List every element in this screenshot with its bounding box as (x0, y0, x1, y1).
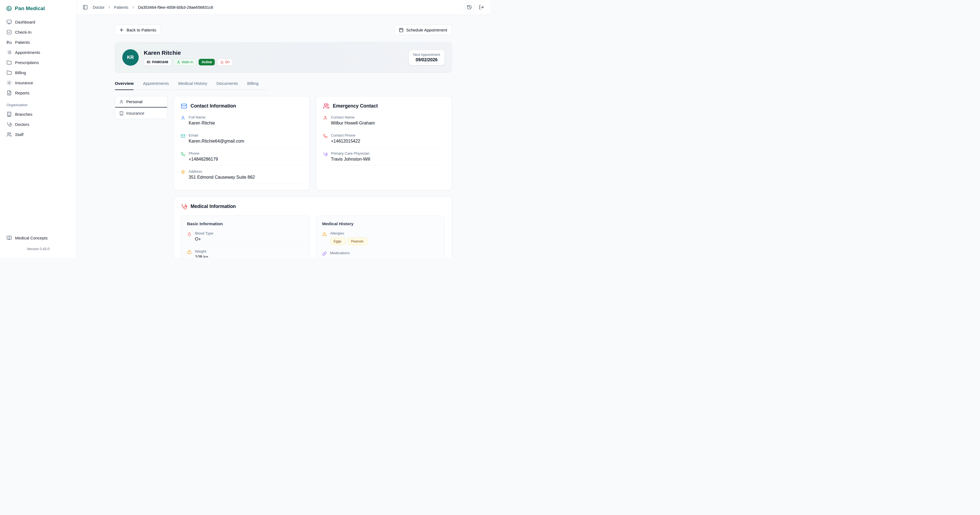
sidebar-item-dashboard[interactable]: Dashboard (4, 17, 73, 27)
history-icon (467, 5, 472, 10)
droplet-icon (220, 61, 224, 64)
panel-title: Basic Information (187, 222, 303, 226)
sidebar-item-label: Check-In (15, 30, 32, 35)
back-to-patients-button[interactable]: Back to Patients (115, 25, 161, 35)
tab-overview[interactable]: Overview (115, 81, 134, 90)
card-title: Emergency Contact (333, 103, 378, 109)
medications-row: Medications Levothyroxine 50mcg Gabapent… (322, 251, 438, 257)
chevron-right-icon (107, 5, 111, 9)
info-row-weight: Weight 108 kg (187, 249, 303, 257)
next-appointment-card: Next Appointment 09/02/2026 (409, 50, 445, 65)
info-row-full-name: Full Name Karen Ritchie (181, 115, 302, 129)
card-title: Contact Information (191, 103, 236, 109)
brand-name: Pan Medical (15, 5, 45, 11)
user-icon (181, 116, 185, 129)
sidebar-item-label: Patients (15, 40, 30, 45)
sidebar-item-label: Reports (15, 91, 30, 95)
phone-icon (181, 152, 185, 166)
history-button[interactable] (464, 2, 474, 13)
sidebar-item-patients[interactable]: Patients (4, 37, 73, 47)
mail-icon (181, 134, 185, 147)
info-row-blood-type: Blood Type O+ (187, 231, 303, 246)
check-square-icon (6, 30, 12, 35)
sidebar-item-label: Insurance (15, 80, 33, 85)
overview-subnav: Personal Insurance (115, 96, 167, 119)
tab-documents[interactable]: Documents (216, 81, 238, 90)
sidebar-item-label: Doctors (15, 122, 29, 127)
sidebar-item-prescriptions[interactable]: Prescriptions (4, 57, 73, 68)
tab-bar: Overview Appointments Medical History Do… (115, 81, 268, 90)
chevron-right-icon (131, 5, 135, 9)
weight-scale-icon (187, 250, 191, 257)
logout-icon (479, 5, 484, 10)
allergy-chip: Eggs (330, 238, 345, 245)
sidebar-item-branches[interactable]: Branches (4, 109, 73, 119)
list-icon (6, 50, 12, 55)
gear-icon (6, 80, 12, 85)
info-row-address: Address 351 Edmond Causeway Suite 862 (181, 169, 302, 183)
basic-information-panel: Basic Information Blood Type O+ (181, 216, 309, 257)
info-row-email: Email Karen.Ritchie64@gmail.com (181, 133, 302, 147)
avatar: KR (122, 49, 139, 66)
monitor-icon (6, 19, 12, 25)
topbar-actions (464, 2, 484, 13)
sidebar-item-billing[interactable]: Billing (4, 68, 73, 78)
breadcrumb-patients[interactable]: Patients (114, 5, 128, 10)
sidebar-item-reports[interactable]: Reports (4, 88, 73, 98)
file-text-icon (6, 90, 12, 96)
stethoscope-icon (6, 122, 12, 127)
card-title: Medical Information (191, 204, 236, 209)
patient-name: Karen Ritchie (144, 49, 233, 56)
sidebar-item-check-in[interactable]: Check-In (4, 27, 73, 37)
status-badge: Active (199, 59, 215, 65)
breadcrumb-patient-id: Da353464-f9ee-4008-b0b3-28ae656831c6 (138, 5, 213, 10)
main-area: Doctor Patients Da353464-f9ee-4008-b0b3-… (76, 0, 490, 257)
subnav-item-insurance[interactable]: Insurance (115, 108, 167, 119)
sidebar-item-doctors[interactable]: Doctors (4, 119, 73, 129)
sidebar-section-organisation: Organisation (4, 98, 73, 109)
panel-left-icon (83, 5, 88, 10)
info-row-phone: Phone +14846286179 (181, 151, 302, 166)
allergy-chip: Peanuts (347, 238, 367, 245)
users-icon (6, 132, 12, 137)
book-icon (6, 235, 12, 241)
breadcrumb-doctor[interactable]: Doctor (93, 5, 105, 10)
info-row-contact-phone: Contact Phone +14612015422 (323, 133, 445, 147)
bed-icon (6, 40, 12, 45)
next-appointment-label: Next Appointment (413, 53, 440, 57)
medical-history-panel: Medical History Allergies Eggs Peanuts (316, 216, 445, 257)
subnav-item-personal[interactable]: Personal (115, 96, 167, 108)
arrow-left-icon (119, 28, 124, 32)
mail-icon (181, 103, 187, 109)
sidebar-item-staff[interactable]: Staff (4, 129, 73, 140)
allergies-row: Allergies Eggs Peanuts (322, 231, 438, 245)
info-row-contact-name: Contact Name Wilbur Howell-Graham (323, 115, 445, 129)
sidebar-item-appointments[interactable]: Appointments (4, 47, 73, 57)
version-label: Version 0.43.0 (4, 243, 73, 256)
tab-medical-history[interactable]: Medical History (178, 81, 207, 90)
user-icon (323, 116, 328, 129)
logo-ring-icon (6, 5, 12, 11)
stethoscope-icon (181, 203, 187, 210)
walk-in-badge: Walk-In (174, 59, 196, 65)
logout-button[interactable] (479, 5, 484, 10)
sidebar-item-label: Dashboard (15, 20, 35, 24)
droplet-icon (187, 232, 191, 246)
brand[interactable]: Pan Medical (4, 4, 73, 17)
folder-icon (6, 70, 12, 75)
user-icon (119, 100, 124, 104)
pill-icon (322, 252, 327, 257)
patient-badges: ID: PAM01646 Walk-In Active O+ (144, 59, 233, 65)
medical-information-card: Medical Information Basic Information (173, 196, 452, 257)
tab-billing[interactable]: Billing (247, 81, 259, 90)
tab-appointments[interactable]: Appointments (143, 81, 169, 90)
schedule-appointment-button[interactable]: Schedule Appointment (394, 25, 452, 35)
info-row-primary-care-physician: Primary Care Physician Travis Johnston-W… (323, 151, 445, 166)
sidebar-item-label: Prescriptions (15, 60, 39, 65)
toolbar: Back to Patients Schedule Appointment (115, 25, 452, 35)
patient-id-badge: ID: PAM01646 (144, 59, 171, 65)
sidebar-item-medical-concepts[interactable]: Medical Concepts (4, 233, 73, 243)
sidebar-toggle-button[interactable] (83, 5, 88, 10)
sidebar-item-insurance[interactable]: Insurance (4, 78, 73, 88)
calendar-icon (399, 28, 404, 32)
